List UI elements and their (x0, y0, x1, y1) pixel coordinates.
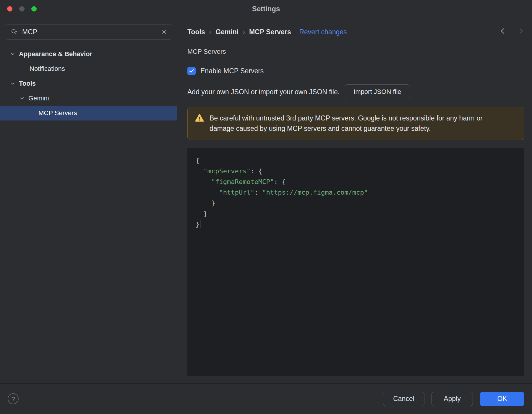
sidebar-item-mcp-servers[interactable]: MCP Servers (0, 106, 177, 120)
editor-code: { "mcpServers": { "figmaRemoteMCP": { "h… (196, 155, 516, 230)
forward-arrow-icon[interactable] (515, 27, 524, 37)
json-editor[interactable]: { "mcpServers": { "figmaRemoteMCP": { "h… (187, 148, 524, 376)
sidebar-item-appearance-behavior[interactable]: Appearance & Behavior (0, 47, 177, 61)
minimize-window-button[interactable] (19, 6, 25, 12)
section-divider (232, 52, 524, 52)
sidebar-item-notifications[interactable]: Notifications (0, 61, 177, 76)
dialog-footer: ? Cancel Apply OK (0, 383, 532, 414)
traffic-lights (7, 0, 37, 18)
breadcrumb-mcp-servers: MCP Servers (249, 28, 291, 36)
sidebar-item-label: Tools (19, 80, 36, 87)
sidebar-item-label: Notifications (30, 65, 65, 73)
sidebar-item-label: Appearance & Behavior (19, 50, 92, 58)
breadcrumb: Tools › Gemini › MCP Servers Revert chan… (187, 27, 524, 37)
cancel-button[interactable]: Cancel (383, 392, 424, 406)
chevron-down-icon (20, 96, 25, 101)
settings-tree: Appearance & Behavior Notifications Tool… (0, 47, 177, 120)
section-title: MCP Servers (187, 48, 226, 56)
import-json-button[interactable]: Import JSON file (345, 84, 410, 99)
search-icon[interactable] (10, 28, 18, 36)
apply-button[interactable]: Apply (432, 392, 473, 406)
sidebar-item-tools[interactable]: Tools (0, 76, 177, 91)
check-icon (189, 68, 194, 74)
chevron-down-icon (10, 81, 15, 86)
ok-button[interactable]: OK (480, 392, 524, 406)
import-json-row: Add your own JSON or import your own JSO… (187, 84, 524, 99)
enable-mcp-label[interactable]: Enable MCP Servers (200, 67, 264, 75)
zoom-window-button[interactable] (31, 6, 37, 12)
clear-search-icon[interactable]: ✕ (161, 29, 167, 35)
search-input[interactable] (22, 28, 157, 36)
settings-sidebar: ✕ Appearance & Behavior Notifications To (0, 18, 177, 383)
warning-text: Be careful with untrusted 3rd party MCP … (210, 113, 493, 134)
revert-changes-link[interactable]: Revert changes (299, 28, 347, 36)
section-header: MCP Servers (187, 48, 524, 56)
warning-banner: Be careful with untrusted 3rd party MCP … (187, 107, 524, 140)
chevron-down-icon (10, 51, 15, 57)
search-field[interactable]: ✕ (5, 24, 172, 40)
import-json-text: Add your own JSON or import your own JSO… (187, 88, 340, 96)
sidebar-item-label: MCP Servers (38, 109, 77, 117)
titlebar: Settings (0, 0, 532, 18)
window-title: Settings (252, 5, 280, 13)
breadcrumb-separator: › (209, 28, 212, 36)
breadcrumb-tools[interactable]: Tools (187, 28, 205, 36)
text-cursor (200, 220, 200, 228)
back-arrow-icon[interactable] (499, 27, 508, 37)
sidebar-item-gemini[interactable]: Gemini (0, 91, 177, 106)
warning-icon (195, 113, 204, 124)
breadcrumb-gemini[interactable]: Gemini (215, 28, 239, 36)
settings-content: Tools › Gemini › MCP Servers Revert chan… (177, 18, 532, 383)
close-window-button[interactable] (7, 6, 12, 12)
enable-mcp-checkbox[interactable] (187, 67, 196, 75)
breadcrumb-separator: › (243, 28, 245, 36)
help-icon[interactable]: ? (8, 393, 19, 404)
enable-mcp-row: Enable MCP Servers (187, 67, 524, 75)
sidebar-item-label: Gemini (28, 94, 49, 102)
settings-window: Settings ✕ (0, 0, 532, 414)
